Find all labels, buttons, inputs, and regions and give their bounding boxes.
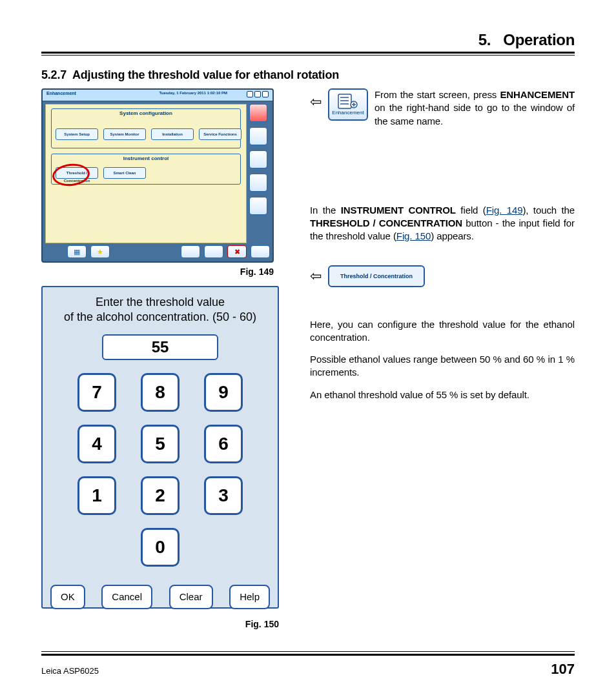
installation-button[interactable]: Installation: [151, 128, 194, 140]
key-0[interactable]: 0: [141, 528, 180, 567]
section-number: 5.2.7: [41, 68, 67, 81]
panel1-title: System configuration: [52, 110, 240, 116]
key-6[interactable]: 6: [204, 425, 243, 463]
sidebar-btn-4[interactable]: [249, 174, 267, 192]
key-1[interactable]: 1: [77, 476, 116, 515]
fig149-title: Enhancement: [46, 91, 76, 96]
system-setup-button[interactable]: System Setup: [56, 128, 98, 140]
clear-button[interactable]: Clear: [169, 585, 213, 609]
para1-post: on the right-hand side to go to the wind…: [375, 102, 575, 126]
paragraph-1: From the start screen, press ENHANCEMENT…: [375, 88, 575, 128]
key-4[interactable]: 4: [77, 425, 116, 463]
para1-pre: From the start screen, press: [375, 89, 500, 100]
instrument-control-panel: Instrument control Threshold / Concentra…: [51, 154, 241, 185]
fig149-topbar: Enhancement Tuesday, 1 February 2011 1:0…: [43, 90, 272, 101]
enhancement-icon[interactable]: Enhancement: [328, 88, 368, 121]
list-plus-icon: [338, 94, 358, 109]
bottom-btn[interactable]: [181, 245, 200, 258]
key-3[interactable]: 3: [204, 476, 243, 515]
chapter-number: 5.: [478, 31, 491, 48]
fig149-bottombar: [45, 245, 270, 259]
chapter-title: Operation: [503, 31, 575, 48]
link-fig149[interactable]: Fig. 149: [486, 205, 523, 216]
key-2[interactable]: 2: [141, 476, 180, 515]
service-functions-button[interactable]: Service Functions: [199, 128, 241, 140]
para2-t2: field (: [456, 205, 486, 216]
fig149-date: Tuesday, 1 February 2011 1:02:10 PM: [159, 91, 228, 95]
footer-product: Leica ASP6025: [41, 666, 99, 676]
ok-button[interactable]: OK: [50, 585, 85, 609]
section-title: Adjusting the threshold value for ethano…: [72, 68, 339, 81]
fig150-caption: Fig. 150: [41, 619, 279, 629]
para2-t5: ) appears.: [431, 230, 474, 241]
link-fig150[interactable]: Fig. 150: [396, 230, 431, 241]
section-heading: 5.2.7 Adjusting the threshold value for …: [41, 68, 575, 82]
footer-rule-thick: [41, 654, 575, 656]
system-configuration-panel: System configuration System Setup System…: [51, 108, 241, 148]
keypad-actions: OK Cancel Clear Help: [49, 585, 271, 609]
para2-b2: THRESHOLD / CONCENTRATION: [310, 217, 462, 228]
bottom-info-icon[interactable]: [251, 245, 270, 258]
bottom-close-icon[interactable]: [227, 245, 247, 258]
sidebar-btn-2[interactable]: [249, 127, 267, 145]
arrow-left-icon: ⇦: [310, 88, 322, 109]
keypad-grid: 7 8 9 4 5 6 1 2 3 0: [70, 373, 251, 567]
footer-rule-thin: [41, 651, 575, 652]
fig150-keypad-dialog: Enter the threshold value of the alcohol…: [41, 286, 279, 609]
paragraph-4: Possible ethanol values range between 50…: [310, 353, 575, 379]
help-button[interactable]: Help: [229, 585, 270, 609]
sidebar-btn-5[interactable]: [249, 197, 267, 215]
bottom-btn[interactable]: [204, 245, 223, 258]
fig149-caption: Fig. 149: [41, 267, 274, 277]
system-monitor-button[interactable]: System Monitor: [103, 128, 146, 140]
prompt-line1: Enter the threshold value: [96, 296, 225, 308]
arrow-left-icon: ⇦: [310, 268, 322, 285]
prompt-line2: of the alcohol concentration. (50 - 60): [64, 310, 256, 323]
fig149-window-controls: [247, 91, 269, 97]
bottom-grid-icon[interactable]: [67, 245, 87, 258]
paragraph-3: Here, you can configure the threshold va…: [310, 318, 575, 345]
fig149-screenshot: Enhancement Tuesday, 1 February 2011 1:0…: [41, 88, 274, 263]
threshold-concentration-button[interactable]: Threshold / Concentration: [56, 167, 98, 179]
sidebar-btn-1[interactable]: [249, 104, 267, 122]
svg-rect-0: [338, 94, 351, 108]
keypad-prompt: Enter the threshold value of the alcohol…: [49, 295, 271, 325]
para2-b1: INSTRUMENT CONTROL: [341, 205, 456, 216]
smart-clean-button[interactable]: Smart Clean: [103, 167, 146, 179]
threshold-value-display: 55: [102, 334, 218, 360]
threshold-concentration-button-sample[interactable]: Threshold / Concentration: [328, 265, 425, 287]
sidebar-btn-3[interactable]: [249, 150, 267, 168]
key-5[interactable]: 5: [141, 425, 180, 463]
paragraph-2: In the INSTRUMENT CONTROL field (Fig. 14…: [310, 204, 575, 243]
fig149-sidebar: [249, 104, 270, 243]
bottom-star-icon[interactable]: [90, 245, 110, 258]
page-footer: Leica ASP6025 107: [41, 651, 575, 678]
para1-bold: ENHANCEMENT: [500, 89, 575, 100]
para2-t1: In the: [310, 205, 341, 216]
chapter-heading: 5. Operation: [41, 31, 575, 49]
para2-t3: ), touch the: [522, 205, 575, 216]
key-9[interactable]: 9: [204, 373, 243, 412]
rule-thick: [41, 52, 575, 54]
panel2-title: Instrument control: [52, 156, 240, 161]
key-7[interactable]: 7: [77, 373, 116, 412]
fig149-body: System configuration System Setup System…: [45, 104, 247, 243]
key-8[interactable]: 8: [141, 373, 180, 412]
rule-thin: [41, 55, 575, 56]
enhancement-icon-label: Enhancement: [332, 110, 364, 116]
cancel-button[interactable]: Cancel: [101, 585, 152, 609]
paragraph-5: An ethanol threshold value of 55 % is se…: [310, 389, 575, 401]
footer-page-number: 107: [551, 661, 575, 678]
